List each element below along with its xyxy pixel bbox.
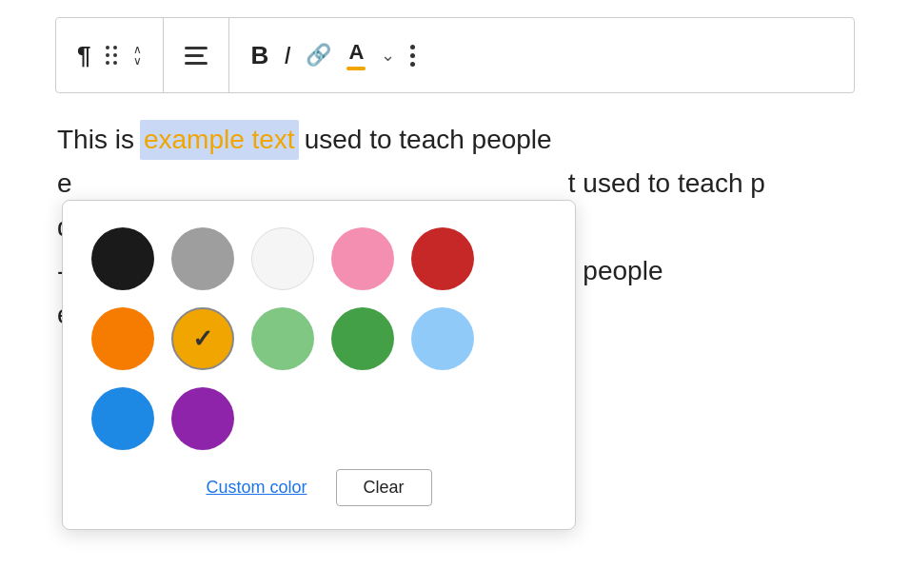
color-option-light-green[interactable] (251, 307, 314, 370)
color-option-light-blue[interactable] (411, 307, 474, 370)
drag-handle-icon (106, 46, 118, 66)
color-option-pink[interactable] (331, 227, 394, 290)
color-option-white[interactable] (251, 227, 314, 290)
more-options-icon (410, 45, 415, 67)
italic-button[interactable]: I (280, 37, 294, 74)
color-option-purple[interactable] (171, 387, 234, 450)
color-option-blue[interactable] (91, 387, 154, 450)
color-option-red[interactable] (411, 227, 474, 290)
bold-button[interactable]: B (247, 37, 272, 74)
text-line-2: e t used to teach p (57, 164, 853, 204)
clear-button[interactable]: Clear (336, 469, 432, 506)
link-button[interactable]: 🔗 (302, 39, 335, 71)
font-color-bar (346, 67, 366, 70)
color-picker-actions: Custom color Clear (91, 469, 546, 506)
color-picker-popup: ✓ Custom color Clear (62, 200, 576, 530)
font-color-a-icon: A (349, 40, 365, 65)
text-line1-after: used to teach people (305, 120, 552, 160)
italic-icon: I (284, 41, 290, 70)
align-icon (185, 47, 208, 65)
selected-checkmark-icon: ✓ (192, 324, 213, 354)
chevron-down-icon: ⌄ (381, 45, 395, 66)
chevron-updown-icon: ∧ ∨ (133, 44, 142, 67)
paragraph-button[interactable]: ¶ (73, 37, 94, 74)
bold-icon: B (250, 41, 268, 70)
custom-color-button[interactable]: Custom color (206, 478, 307, 498)
toolbar-group-paragraph: ¶ ∧ ∨ (56, 18, 164, 92)
highlighted-text: example text (140, 120, 299, 160)
chevron-down-button[interactable]: ⌄ (377, 41, 399, 69)
text-line2-content: e t used to teach p (57, 168, 765, 198)
more-options-button[interactable] (406, 41, 419, 70)
toolbar-group-format: B I 🔗 A ⌄ (229, 18, 436, 92)
font-color-button[interactable]: A (343, 36, 369, 74)
text-line1-before: This is (57, 120, 134, 160)
toolbar: ¶ ∧ ∨ B (55, 17, 855, 93)
color-option-black[interactable] (91, 227, 154, 290)
color-option-orange[interactable] (91, 307, 154, 370)
color-option-gray[interactable] (171, 227, 234, 290)
color-option-yellow-gold[interactable]: ✓ (171, 307, 234, 370)
link-icon: 🔗 (306, 43, 331, 68)
drag-handle-button[interactable] (102, 42, 122, 69)
text-line-1: This is example text used to teach peopl… (57, 120, 853, 160)
move-updown-button[interactable]: ∧ ∨ (129, 40, 146, 70)
toolbar-group-align (164, 18, 229, 92)
align-button[interactable] (181, 43, 211, 69)
color-option-green[interactable] (331, 307, 394, 370)
color-grid: ✓ (91, 227, 546, 450)
